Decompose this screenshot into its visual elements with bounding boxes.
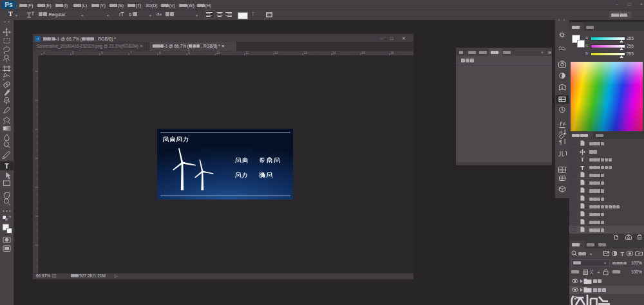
svg-text:T: T <box>5 162 9 170</box>
svg-text:+: + <box>597 270 600 275</box>
svg-text:T: T <box>581 165 585 171</box>
svg-text:11: 11 <box>245 51 249 55</box>
svg-text:13: 13 <box>303 51 307 55</box>
svg-text:4: 4 <box>43 51 45 55</box>
svg-text:10: 10 <box>216 51 220 55</box>
svg-text:T: T <box>621 251 625 257</box>
svg-text:12: 12 <box>274 51 278 55</box>
svg-text:¶: ¶ <box>559 139 562 145</box>
svg-text:6: 6 <box>101 51 103 55</box>
svg-text:15: 15 <box>361 51 365 55</box>
svg-text:14: 14 <box>332 51 336 55</box>
svg-text:7: 7 <box>130 51 132 55</box>
svg-text:9: 9 <box>188 51 190 55</box>
svg-text:A: A <box>558 129 563 136</box>
svg-text:5: 5 <box>72 51 74 55</box>
svg-text:16: 16 <box>390 51 394 55</box>
svg-text:8: 8 <box>159 51 161 55</box>
svg-text:T: T <box>581 156 585 163</box>
